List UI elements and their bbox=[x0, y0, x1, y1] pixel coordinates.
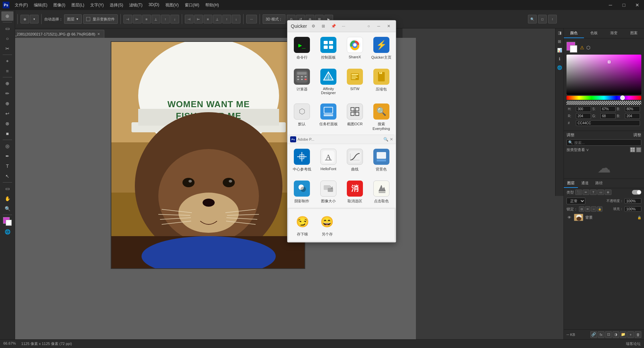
lock-artboard[interactable]: ↔ bbox=[591, 206, 596, 212]
r-input[interactable] bbox=[576, 113, 591, 119]
quicker-search-icon[interactable]: 🔍 bbox=[383, 137, 388, 142]
share-btn[interactable]: ↑ bbox=[548, 15, 557, 23]
quicker-calc[interactable]: 计算器 bbox=[289, 65, 315, 97]
hue-slider[interactable] bbox=[567, 96, 641, 100]
quicker-curve[interactable]: 曲线 bbox=[342, 145, 368, 175]
quicker-click-color[interactable]: 点击取色 bbox=[368, 177, 394, 206]
tool-path-select[interactable]: ↖ bbox=[1, 171, 13, 181]
opacity-input[interactable] bbox=[625, 198, 641, 204]
quicker-more-btn[interactable]: ··· bbox=[340, 22, 347, 30]
menu-select[interactable]: 选择(S) bbox=[107, 2, 126, 9]
quicker-ctrl[interactable]: 控制面板 bbox=[315, 33, 342, 63]
dist-left[interactable]: ⊥ bbox=[213, 15, 222, 23]
minimize-button[interactable]: ─ bbox=[604, 0, 617, 10]
quicker-another-save[interactable]: 😄 另个存 bbox=[315, 210, 340, 239]
quicker-sharex[interactable]: ShareX bbox=[342, 33, 368, 63]
filter-shape[interactable]: ▭ bbox=[597, 190, 604, 195]
quicker-ocr[interactable]: 截图OCR bbox=[342, 100, 368, 133]
search-icon-toolbar[interactable]: 🔍 bbox=[528, 15, 537, 23]
tool-zoom[interactable]: 🔍 bbox=[1, 204, 13, 213]
quicker-hellofont[interactable]: A HelloFont bbox=[315, 145, 342, 175]
quicker-circle-btn[interactable]: ○ bbox=[365, 22, 372, 30]
rpanel-color-icon[interactable]: ◨ bbox=[556, 30, 562, 36]
quicker-cmd[interactable]: ▶_ 命令行 bbox=[289, 33, 315, 63]
align-center-v[interactable]: ↑ bbox=[161, 15, 170, 23]
rpanel-info-icon[interactable]: ℹ bbox=[556, 56, 562, 62]
tab-close-btn[interactable]: ✕ bbox=[97, 32, 100, 36]
quicker-default[interactable]: ⬡ 默认 bbox=[289, 100, 315, 133]
grid-view-icon[interactable] bbox=[630, 147, 635, 152]
layer-bg-item[interactable]: 👁 背景 🔒 bbox=[564, 212, 644, 222]
color-picker-gradient[interactable] bbox=[567, 55, 641, 95]
opacity-slider[interactable] bbox=[567, 101, 641, 105]
dist-top[interactable]: ⊣ bbox=[185, 15, 194, 23]
align-right[interactable]: ≡ bbox=[142, 15, 151, 23]
quicker-imgsize[interactable]: 图像大小 bbox=[315, 177, 342, 206]
quicker-settings-btn[interactable]: ⚙ bbox=[310, 22, 317, 30]
add-style-btn[interactable]: fx bbox=[598, 331, 604, 338]
menu-help[interactable]: 帮助(H) bbox=[203, 2, 222, 9]
active-tab[interactable]: IMG_2381(20200217-171521).JPG @ 66.7%(RG… bbox=[3, 30, 104, 38]
dist-v[interactable]: ⊢ bbox=[194, 15, 203, 23]
close-button[interactable]: ✕ bbox=[631, 0, 644, 10]
show-transform-checkbox[interactable]: 显示变换控件 bbox=[83, 14, 118, 24]
maximize-button[interactable]: □ bbox=[617, 0, 631, 10]
quicker-task[interactable]: 任务栏面板 bbox=[315, 100, 342, 133]
tab-gradient[interactable]: 渐变 bbox=[604, 28, 624, 38]
align-bottom[interactable]: ↓ bbox=[170, 15, 179, 23]
more-options[interactable]: ··· bbox=[246, 15, 257, 23]
layer-visibility[interactable]: 👁 bbox=[567, 215, 572, 220]
quicker-compress[interactable]: 压缩包 bbox=[368, 65, 394, 97]
lock-px[interactable]: ⊡ bbox=[579, 206, 584, 212]
move-tool[interactable]: ⊕ bbox=[20, 15, 29, 23]
quicker-everything[interactable]: 🔍 搜索 Everything bbox=[368, 100, 394, 133]
menu-filter[interactable]: 滤镜(T) bbox=[126, 2, 145, 9]
tool-eraser[interactable]: ⊗ bbox=[1, 119, 13, 128]
align-left[interactable]: ⊣ bbox=[123, 15, 132, 23]
tool-foreground-color[interactable] bbox=[2, 216, 12, 226]
rpanel-hist-icon[interactable]: 📊 bbox=[556, 47, 562, 53]
tool-hand[interactable]: ✋ bbox=[1, 194, 13, 203]
quicker-center-ref[interactable]: 中心参考线 bbox=[289, 145, 315, 175]
tool-shape[interactable]: ▭ bbox=[1, 184, 13, 193]
quicker-pin-btn[interactable]: 📌 bbox=[330, 22, 337, 30]
g-input[interactable] bbox=[600, 113, 615, 119]
quicker-close-btn[interactable]: ✕ bbox=[385, 22, 392, 30]
quicker-sitw[interactable]: SITW bbox=[342, 65, 368, 97]
menu-layer[interactable]: 图层(L) bbox=[69, 2, 87, 9]
quicker-home-item[interactable]: ⚡ Quicker主页 bbox=[368, 33, 394, 63]
tool-magic-wand[interactable]: ✂ bbox=[1, 44, 13, 53]
quicker-bgcolor[interactable]: 背景色 bbox=[368, 145, 394, 175]
tool-eyedropper[interactable]: ⌗ bbox=[1, 66, 13, 76]
align-center-h[interactable]: ⊢ bbox=[133, 15, 142, 23]
workspace-btn[interactable]: □ bbox=[538, 15, 547, 23]
quicker-affinity[interactable]: Affinity Designer bbox=[315, 65, 342, 97]
menu-file[interactable]: 文件(F) bbox=[12, 2, 31, 9]
lock-pos[interactable]: ✏ bbox=[585, 206, 590, 212]
menu-3d[interactable]: 3D(D) bbox=[146, 2, 162, 9]
fill-input[interactable] bbox=[625, 206, 641, 212]
menu-view[interactable]: 视图(V) bbox=[163, 2, 181, 9]
tool-world[interactable]: 🌐 bbox=[1, 227, 13, 236]
tab-color[interactable]: 颜色 bbox=[564, 28, 584, 38]
dist-bottom[interactable]: ≡ bbox=[204, 15, 212, 23]
new-adj-layer-btn[interactable]: ◑ bbox=[612, 331, 619, 338]
quicker-save-down[interactable]: 😏 存下嗦 bbox=[290, 210, 315, 239]
delete-layer-btn[interactable]: 🗑 bbox=[635, 331, 641, 338]
quicker-grid-btn[interactable]: ⊞ bbox=[320, 22, 327, 30]
b-input[interactable] bbox=[625, 106, 640, 112]
color-picker-cursor[interactable] bbox=[608, 61, 610, 63]
add-mask-btn[interactable]: ⊡ bbox=[605, 331, 612, 338]
quicker-shadow[interactable]: 阴影制作 bbox=[289, 177, 315, 206]
menu-edit[interactable]: 编辑(E) bbox=[31, 2, 50, 9]
tool-history-brush[interactable]: ↩ bbox=[1, 109, 13, 118]
layer-dropdown[interactable]: 图层 ▼ bbox=[64, 14, 82, 24]
tool-pen[interactable]: ✒ bbox=[1, 151, 13, 161]
dist-right[interactable]: ↓ bbox=[232, 15, 240, 23]
blend-mode-select[interactable]: 正常 bbox=[567, 198, 585, 204]
tool-stamp[interactable]: ⊕ bbox=[1, 99, 13, 108]
hex-input[interactable] bbox=[576, 120, 640, 126]
align-top[interactable]: ⊥ bbox=[152, 15, 160, 23]
tab-pattern[interactable]: 图案 bbox=[624, 28, 644, 38]
link-layers-btn[interactable]: 🔗 bbox=[590, 331, 597, 338]
